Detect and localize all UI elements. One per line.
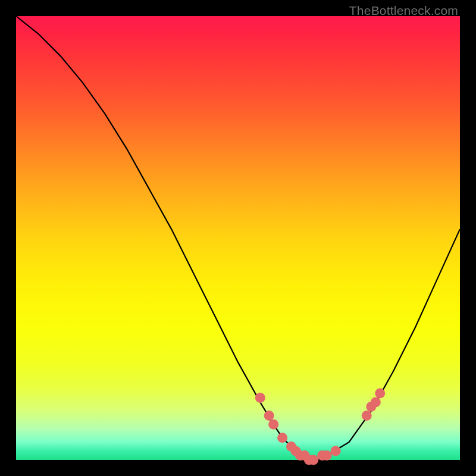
highlight-dots [255,389,385,465]
highlight-dot [375,389,385,399]
highlight-dot [362,411,372,421]
highlight-dot [268,419,278,430]
highlight-dot [331,446,341,456]
highlight-dot [371,397,381,408]
bottleneck-curve [16,16,460,460]
highlight-dot [308,455,318,465]
highlight-dot [322,450,332,461]
highlight-dot [264,411,274,421]
chart-container: TheBottleneck.com [0,0,476,476]
plot-area [16,16,460,460]
highlight-dot [255,393,265,403]
curve-svg [16,16,460,460]
watermark-text: TheBottleneck.com [349,4,458,18]
highlight-dot [277,433,287,443]
